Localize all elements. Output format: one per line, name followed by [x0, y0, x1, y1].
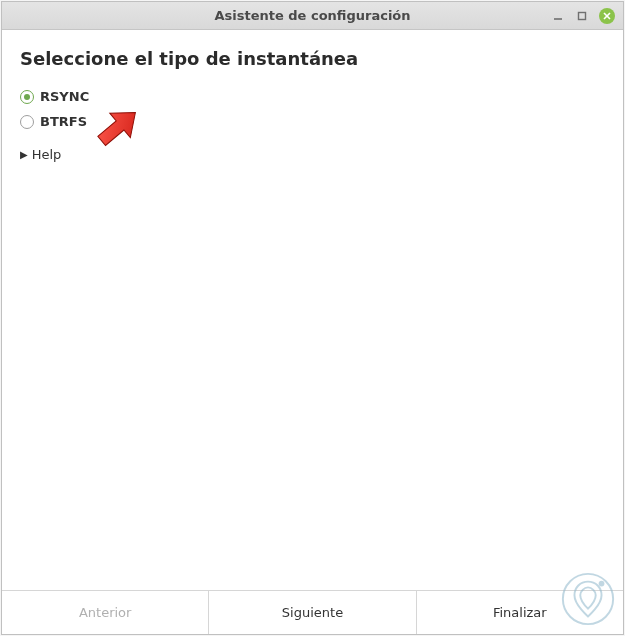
radio-option-btrfs[interactable]: BTRFS	[20, 114, 605, 129]
next-button-label: Siguiente	[282, 605, 343, 620]
chevron-right-icon: ▶	[20, 149, 28, 160]
prev-button: Anterior	[2, 591, 209, 634]
window-titlebar: Asistente de configuración	[2, 2, 623, 30]
maximize-icon	[577, 11, 587, 21]
page-title: Seleccione el tipo de instantánea	[20, 48, 605, 69]
next-button[interactable]: Siguiente	[209, 591, 416, 634]
prev-button-label: Anterior	[79, 605, 131, 620]
help-expander[interactable]: ▶ Help	[20, 147, 605, 162]
snapshot-type-group: RSYNC BTRFS	[20, 89, 605, 129]
close-icon	[603, 12, 611, 20]
minimize-button[interactable]	[551, 9, 565, 23]
minimize-icon	[553, 11, 563, 21]
window-title: Asistente de configuración	[2, 8, 623, 23]
radio-option-rsync[interactable]: RSYNC	[20, 89, 605, 104]
maximize-button[interactable]	[575, 9, 589, 23]
help-label: Help	[32, 147, 62, 162]
wizard-footer: Anterior Siguiente Finalizar	[2, 590, 623, 634]
radio-indicator	[20, 90, 34, 104]
finish-button-label: Finalizar	[493, 605, 547, 620]
radio-indicator	[20, 115, 34, 129]
close-button[interactable]	[599, 8, 615, 24]
finish-button[interactable]: Finalizar	[417, 591, 623, 634]
svg-rect-1	[579, 12, 586, 19]
radio-label: RSYNC	[40, 89, 89, 104]
wizard-content: Seleccione el tipo de instantánea RSYNC …	[2, 30, 623, 590]
radio-label: BTRFS	[40, 114, 87, 129]
